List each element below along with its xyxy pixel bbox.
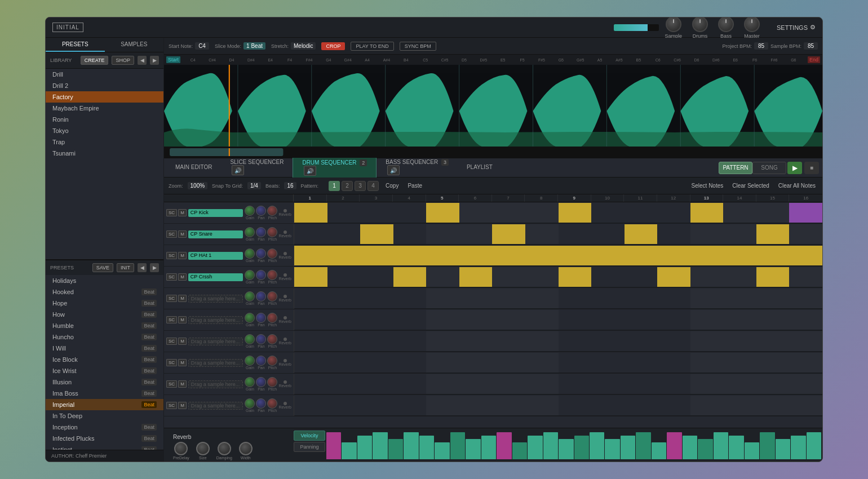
grid-cell[interactable] xyxy=(525,353,559,373)
grid-cell[interactable] xyxy=(525,203,559,223)
grid-cell[interactable] xyxy=(591,246,625,266)
pitch-knob[interactable] xyxy=(267,291,277,301)
grid-cell[interactable] xyxy=(393,267,427,287)
grid-cell[interactable] xyxy=(294,224,327,245)
drums-knob[interactable] xyxy=(692,17,708,32)
pan-knob[interactable] xyxy=(256,227,266,237)
vel-bar[interactable] xyxy=(760,432,774,459)
grid-cell[interactable] xyxy=(657,374,690,394)
grid-cell[interactable] xyxy=(789,246,822,266)
lib-item[interactable]: Drill 2 xyxy=(46,80,163,91)
lib-item[interactable]: Maybach Empire xyxy=(46,103,163,114)
grid-cell[interactable] xyxy=(327,224,361,245)
grid-cell[interactable] xyxy=(559,224,592,245)
drum-name-bar[interactable]: Drag a sample here... xyxy=(188,295,243,303)
grid-cell[interactable] xyxy=(360,203,393,223)
grid-cell[interactable] xyxy=(756,203,790,223)
grid-cell[interactable] xyxy=(789,331,822,352)
grid-cell[interactable] xyxy=(492,353,525,373)
grid-cell[interactable] xyxy=(657,396,690,416)
vel-bar[interactable] xyxy=(373,432,387,459)
preset-item-imperial[interactable]: ImperialBeat xyxy=(46,399,163,410)
lib-item-factory[interactable]: Factory xyxy=(46,91,163,103)
m-button[interactable]: M xyxy=(178,338,187,345)
vel-bar[interactable] xyxy=(357,436,372,459)
grid-cell[interactable] xyxy=(690,224,724,245)
predelay-knob[interactable] xyxy=(174,442,188,455)
drum-name-bar[interactable]: Drag a sample here... xyxy=(188,338,243,345)
grid-cell[interactable] xyxy=(625,374,658,394)
m-button[interactable]: M xyxy=(178,380,187,388)
pan-knob[interactable] xyxy=(256,313,266,323)
grid-cell[interactable] xyxy=(492,289,525,309)
tab-bass-sequencer[interactable]: BASS SEQUENCER 3 🔊 xyxy=(377,156,458,180)
pan-knob[interactable] xyxy=(256,206,266,216)
vel-bar[interactable] xyxy=(745,442,759,459)
pattern-button[interactable]: PATTERN xyxy=(719,162,752,174)
vel-bar[interactable] xyxy=(342,442,356,459)
preset-item[interactable]: Infected PlucksBeat xyxy=(46,433,163,444)
grid-cell[interactable] xyxy=(789,289,822,309)
grid-cell[interactable] xyxy=(426,246,459,266)
drum-name-bar[interactable]: CP Crssh xyxy=(188,273,243,281)
grid-cell[interactable] xyxy=(690,396,724,416)
pitch-knob[interactable] xyxy=(267,313,277,323)
grid-cell[interactable] xyxy=(591,374,625,394)
gain-knob[interactable] xyxy=(245,270,255,280)
grid-cell[interactable] xyxy=(459,224,493,245)
grid-cell[interactable] xyxy=(426,289,459,309)
grid-cell[interactable] xyxy=(591,267,625,287)
pattern-3-btn[interactable]: 3 xyxy=(355,181,366,191)
grid-cell[interactable] xyxy=(756,224,790,245)
gain-knob[interactable] xyxy=(245,206,255,216)
clear-selected-action[interactable]: Clear Selected xyxy=(730,182,772,189)
grid-cell[interactable] xyxy=(426,310,459,330)
vel-bar[interactable] xyxy=(388,439,403,459)
pan-knob[interactable] xyxy=(256,398,266,409)
grid-cell[interactable] xyxy=(360,396,393,416)
grid-cell[interactable] xyxy=(426,203,459,223)
clear-all-action[interactable]: Clear All Notes xyxy=(776,182,818,189)
pitch-knob[interactable] xyxy=(267,356,277,366)
preset-item[interactable]: Ice WristBeat xyxy=(46,365,163,376)
grid-cell[interactable] xyxy=(591,224,625,245)
grid-cell[interactable] xyxy=(559,396,592,416)
grid-cell[interactable] xyxy=(789,374,822,394)
sc-button[interactable]: SC xyxy=(166,338,177,345)
preset-item[interactable]: HumbleBeat xyxy=(46,320,163,331)
grid-cell[interactable] xyxy=(294,289,327,309)
pan-knob[interactable] xyxy=(256,334,266,344)
vel-bar[interactable] xyxy=(528,436,542,459)
tab-playlist[interactable]: PLAYLIST xyxy=(458,161,502,175)
master-knob[interactable] xyxy=(744,17,760,32)
pan-knob[interactable] xyxy=(256,249,266,259)
grid-cell[interactable] xyxy=(492,331,525,352)
presets-next-arrow[interactable]: ▶ xyxy=(150,263,159,272)
grid-cell[interactable] xyxy=(591,310,625,330)
grid-cell[interactable] xyxy=(393,353,427,373)
grid-cell[interactable] xyxy=(657,310,690,330)
m-button[interactable]: M xyxy=(178,402,187,409)
vel-bar[interactable] xyxy=(419,436,434,459)
grid-cell[interactable] xyxy=(559,267,592,287)
m-button[interactable]: M xyxy=(178,273,187,281)
grid-cell[interactable] xyxy=(393,224,427,245)
pitch-knob[interactable] xyxy=(267,249,277,259)
grid-cell[interactable] xyxy=(426,396,459,416)
vel-bar[interactable] xyxy=(435,442,449,459)
tab-slice-sequencer[interactable]: SLICE SEQUENCER 🔊 xyxy=(221,156,293,180)
sample-bpm-value[interactable]: 85 xyxy=(804,42,818,50)
grid-cell[interactable] xyxy=(393,331,427,352)
m-button[interactable]: M xyxy=(178,209,187,216)
grid-cell[interactable] xyxy=(625,353,658,373)
preset-item[interactable]: Ima BossBeat xyxy=(46,388,163,399)
sc-button[interactable]: SC xyxy=(166,295,177,302)
lib-item[interactable]: Tsunami xyxy=(46,148,163,159)
sc-button[interactable]: SC xyxy=(166,252,177,259)
tab-main-editor[interactable]: MAIN EDITOR xyxy=(166,161,221,175)
sync-bpm-button[interactable]: SYNC BPM xyxy=(400,42,436,51)
grid-cell[interactable] xyxy=(360,289,393,309)
vel-bar[interactable] xyxy=(791,436,805,459)
gain-knob[interactable] xyxy=(245,249,255,259)
stretch-value[interactable]: Melodic xyxy=(291,42,316,50)
